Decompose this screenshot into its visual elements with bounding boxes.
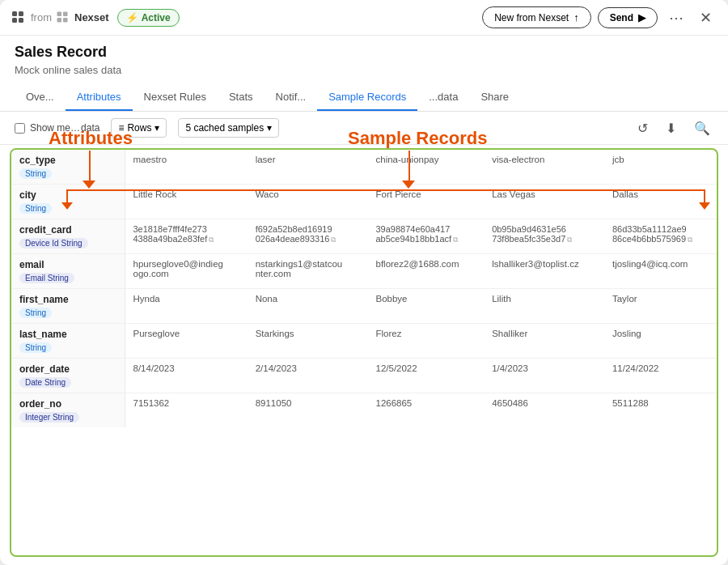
table-row: cc_typeStringmaestrolaserchina-unionpayv… xyxy=(11,150,717,185)
data-cell: Little Rock xyxy=(125,185,248,219)
data-cell: 12/5/2022 xyxy=(368,359,485,393)
dataset-description: Mock online sales data xyxy=(15,64,713,76)
svg-rect-4 xyxy=(57,11,62,16)
field-name: city xyxy=(19,189,116,201)
show-metadata-checkbox[interactable] xyxy=(15,123,25,134)
data-cell: Fort Pierce xyxy=(368,185,485,219)
active-badge: ⚡ Active xyxy=(117,9,180,27)
close-button[interactable]: ✕ xyxy=(695,7,717,28)
type-badge: Integer String xyxy=(19,412,79,423)
table-row: first_nameStringHyndaNonaBobbyeLilithTay… xyxy=(11,289,717,324)
type-badge: String xyxy=(19,342,52,353)
data-table-container: cc_typeStringmaestrolaserchina-unionpayv… xyxy=(10,148,718,557)
show-metadata-label[interactable]: Show me…data xyxy=(15,122,99,134)
table-row: cityStringLittle RockWacoFort PierceLas … xyxy=(11,185,717,219)
data-cell: Josling xyxy=(604,324,717,359)
data-cell: 4650486 xyxy=(484,393,604,428)
tab-notif[interactable]: Notif... xyxy=(265,84,318,111)
tab-data[interactable]: ...data xyxy=(417,84,469,111)
svg-rect-6 xyxy=(57,18,62,23)
data-cell: f692a52b8ed16919026a4deae893316⧉ xyxy=(248,219,368,254)
data-cell: Bobbye xyxy=(368,289,485,324)
data-cell: visa-electron xyxy=(484,150,604,185)
field-name-cell: emailEmail String xyxy=(11,254,125,289)
field-name: credit_card xyxy=(19,224,116,236)
data-cell: nstarkings1@statcounter.com xyxy=(248,254,368,289)
data-cell: Shalliker xyxy=(484,324,604,359)
refresh-button[interactable]: ↺ xyxy=(634,119,651,138)
data-cell: Lilith xyxy=(484,289,604,324)
field-name: order_no xyxy=(19,398,116,410)
chevron-down-icon-2: ▾ xyxy=(267,122,272,134)
svg-rect-5 xyxy=(63,11,68,16)
data-cell: 1/4/2023 xyxy=(484,359,604,393)
data-cell: 0b95ba9d4631e5673f8bea5fc35e3d7⧉ xyxy=(484,219,604,254)
field-name: last_name xyxy=(19,329,116,340)
type-badge: Date String xyxy=(19,377,71,388)
copy-icon[interactable]: ⧉ xyxy=(567,236,572,244)
data-cell: 8/14/2023 xyxy=(125,359,248,393)
data-cell: 8911050 xyxy=(248,393,368,428)
svg-rect-0 xyxy=(12,11,17,16)
list-icon: ≡ xyxy=(118,122,124,134)
data-cell: 3e1818e7fff4fe2734388a49ba2e83fef⧉ xyxy=(125,219,248,254)
type-badge: String xyxy=(19,203,52,214)
upload-icon: ↑ xyxy=(574,11,579,23)
tab-stats[interactable]: Stats xyxy=(218,84,265,111)
svg-rect-7 xyxy=(63,18,68,23)
table-row: last_nameStringPursegloveStarkingsFlorez… xyxy=(11,324,717,359)
svg-rect-1 xyxy=(19,11,23,16)
title-area: Sales Record Mock online sales data xyxy=(0,36,728,84)
active-label: Active xyxy=(142,12,171,23)
table-row: credit_cardDevice Id String3e1818e7fff4f… xyxy=(11,219,717,254)
type-badge: String xyxy=(19,168,52,179)
more-options-button[interactable]: ⋯ xyxy=(664,7,688,28)
type-badge: Email String xyxy=(19,273,74,283)
data-cell: china-unionpay xyxy=(368,150,485,185)
copy-icon[interactable]: ⧉ xyxy=(331,236,336,244)
type-badge: Device Id String xyxy=(19,238,88,249)
data-cell: Hynda xyxy=(125,289,248,324)
data-cell: hpurseglove0@indiegogo.com xyxy=(125,254,248,289)
data-cell: Starkings xyxy=(248,324,368,359)
data-cell: jcb xyxy=(604,150,717,185)
new-from-nexset-button[interactable]: New from Nexset ↑ xyxy=(482,6,591,28)
data-table: cc_typeStringmaestrolaserchina-unionpayv… xyxy=(11,150,717,427)
field-name-cell: cityString xyxy=(11,185,125,219)
nexset-logo-icon xyxy=(11,11,26,25)
copy-icon[interactable]: ⧉ xyxy=(688,236,692,244)
tab-share[interactable]: Share xyxy=(469,84,520,111)
table-row: emailEmail Stringhpurseglove0@indiegogo.… xyxy=(11,254,717,289)
data-cell: 7151362 xyxy=(125,393,248,428)
tab-nexset-rules[interactable]: Nexset Rules xyxy=(133,84,218,111)
data-cell: bflorez2@1688.com xyxy=(368,254,485,289)
tab-sample-records[interactable]: Sample Records xyxy=(317,84,417,111)
field-name: first_name xyxy=(19,294,116,305)
table-row: order_dateDate String8/14/20232/14/20231… xyxy=(11,359,717,393)
field-name: cc_type xyxy=(19,155,116,166)
data-cell: 1266865 xyxy=(368,393,485,428)
tab-overview[interactable]: Ove... xyxy=(15,84,66,111)
samples-dropdown[interactable]: 5 cached samples ▾ xyxy=(178,118,279,138)
field-name-cell: order_dateDate String xyxy=(11,359,125,393)
copy-icon[interactable]: ⧉ xyxy=(209,236,214,244)
chevron-down-icon: ▾ xyxy=(154,122,159,134)
field-name-cell: order_noInteger String xyxy=(11,393,125,428)
send-button[interactable]: Send ▶ xyxy=(598,7,658,28)
data-cell: 86d33b5a1112ae986ce4b6bb575969⧉ xyxy=(604,219,717,254)
search-button[interactable]: 🔍 xyxy=(691,119,713,138)
data-cell: Dallas xyxy=(604,185,717,219)
from-label: from xyxy=(31,11,52,23)
data-cell: 5511288 xyxy=(604,393,717,428)
data-cell: Waco xyxy=(248,185,368,219)
row-dropdown[interactable]: ≡ Rows ▾ xyxy=(111,118,167,138)
data-cell: 11/24/2022 xyxy=(604,359,717,393)
data-cell: Purseglove xyxy=(125,324,248,359)
download-button[interactable]: ⬇ xyxy=(662,119,679,138)
logo-area: from Nexset xyxy=(11,11,109,25)
tab-attributes[interactable]: Attributes xyxy=(66,84,133,111)
nexset-icon-small xyxy=(57,11,70,24)
data-cell: Nona xyxy=(248,289,368,324)
data-cell: 39a98874e60a417ab5ce94b18bb1acf⧉ xyxy=(368,219,485,254)
copy-icon[interactable]: ⧉ xyxy=(453,236,458,244)
